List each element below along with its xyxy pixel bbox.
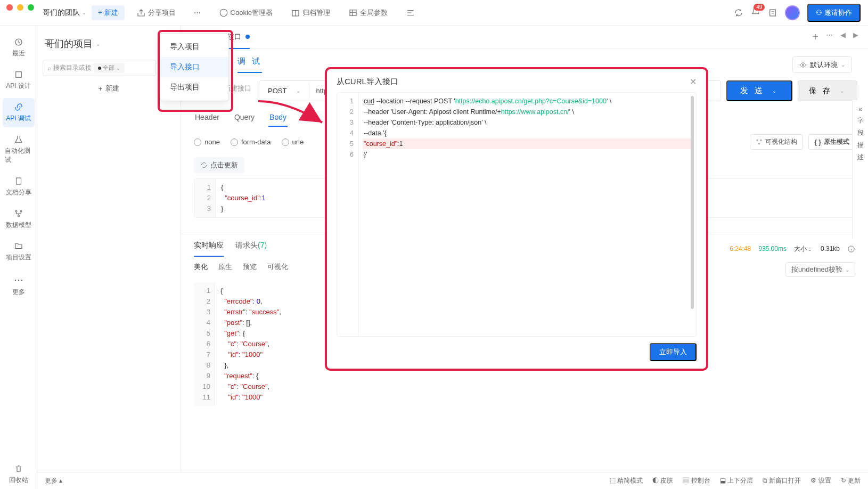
invite-button[interactable]: ⚇ 邀请协作 xyxy=(807,4,861,22)
svg-point-8 xyxy=(20,210,22,212)
body-formdata[interactable]: form-data xyxy=(231,138,271,146)
tab-menu-button[interactable]: ⋯ xyxy=(826,31,833,43)
curl-editor[interactable]: 123456 curl --location --request POST 'h… xyxy=(337,92,697,337)
footer-split[interactable]: ⬓ 上下分层 xyxy=(720,476,753,485)
search-input[interactable]: ⌕搜索目录或接全部⌄ xyxy=(43,60,156,76)
rail-docs[interactable]: 文档分享 xyxy=(3,172,35,201)
rail-autotest[interactable]: 自动化测试 xyxy=(3,131,35,169)
raw-mode-button[interactable]: { } 原生模式 xyxy=(808,134,855,150)
validate-selector[interactable]: 按undefined校验⌄ xyxy=(785,262,855,277)
link-icon xyxy=(14,102,23,112)
curl-import-modal: 从CURL导入接口✕ 123456 curl --location --requ… xyxy=(325,67,708,371)
svg-rect-2 xyxy=(350,10,356,15)
share-button[interactable]: 分享项目 xyxy=(130,5,182,20)
avatar[interactable] xyxy=(785,5,800,20)
project-selector[interactable]: 哥们的项目⌄ xyxy=(43,32,175,55)
unsaved-dot-icon xyxy=(245,35,250,39)
resp-tab-live[interactable]: 实时响应 xyxy=(194,241,224,257)
resp-tab-headers[interactable]: 请求头(7) xyxy=(235,241,267,257)
tab-prev-button[interactable]: ◀ xyxy=(840,31,846,43)
rail-debug[interactable]: API 调试 xyxy=(3,98,35,127)
notifications-button[interactable]: 49 xyxy=(751,7,760,18)
sync-icon[interactable] xyxy=(734,8,743,18)
popup-import-project[interactable]: 导入项目 xyxy=(160,37,228,57)
svg-point-14 xyxy=(759,143,760,144)
modal-title: 从CURL导入接口 xyxy=(337,77,398,87)
window-controls[interactable] xyxy=(6,4,34,11)
share-icon xyxy=(136,8,146,18)
footer: 更多 ▴ ⬚ 精简模式 ◐ 皮肤 ▤ 控制台 ⬓ 上下分层 ⧉ 新窗口打开 ⚙ … xyxy=(37,472,868,489)
indent-icon xyxy=(406,8,415,18)
footer-setting[interactable]: ⚙ 设置 xyxy=(810,476,831,485)
import-popup: 导入项目 导入接口 导出项目 xyxy=(160,33,229,101)
method-selector[interactable]: POST⌄ xyxy=(259,83,309,99)
cookie-button[interactable]: Cookie管理器 xyxy=(212,5,279,20)
rail-trash[interactable]: 回收站 xyxy=(3,460,35,489)
resp-visual[interactable]: 可视化 xyxy=(267,262,288,277)
archive-icon xyxy=(291,8,300,18)
topbar: 哥们的团队⌄ + 新建 分享项目 ⋯ Cookie管理器 归档管理 全局参数 4… xyxy=(0,0,868,26)
note-icon[interactable] xyxy=(768,8,777,18)
visual-mode-button[interactable]: 可视化结构 xyxy=(750,134,803,150)
resp-preview[interactable]: 预览 xyxy=(243,262,257,277)
collapse-button[interactable] xyxy=(399,5,422,20)
svg-point-0 xyxy=(220,9,227,17)
team-selector[interactable]: 哥们的团队⌄ xyxy=(43,8,86,18)
rail-more[interactable]: ⋯更多 xyxy=(3,270,35,301)
send-button[interactable]: 发 送⌄ xyxy=(726,80,792,101)
reqtab-body[interactable]: Body xyxy=(268,109,288,127)
tab-strip: POST新建接口 + ⋯ ◀ ▶ xyxy=(181,26,868,49)
reqtab-header[interactable]: Header xyxy=(194,109,220,127)
rail-models[interactable]: 数据模型 xyxy=(3,205,35,234)
import-now-button[interactable]: 立即导入 xyxy=(650,343,697,361)
footer-compact[interactable]: ⬚ 精简模式 xyxy=(610,476,643,485)
doc-icon xyxy=(14,176,23,186)
footer-console[interactable]: ▤ 控制台 xyxy=(683,476,710,485)
footer-update[interactable]: ↻ 更新 xyxy=(841,476,861,485)
subtab-debug[interactable]: 调 试 xyxy=(238,56,262,73)
new-button[interactable]: + 新建 xyxy=(92,5,125,20)
eye-icon xyxy=(799,61,807,69)
clock-icon xyxy=(14,37,23,47)
add-tab-button[interactable]: + xyxy=(812,31,818,43)
design-icon xyxy=(14,70,23,79)
global-button[interactable]: 全局参数 xyxy=(342,5,394,20)
trash-icon xyxy=(14,464,23,474)
resp-size: 0.31kb xyxy=(821,245,840,252)
svg-point-9 xyxy=(18,215,19,217)
env-selector[interactable]: 默认环境⌄ xyxy=(792,56,852,73)
modal-close-button[interactable]: ✕ xyxy=(690,77,697,87)
resp-pretty[interactable]: 美化 xyxy=(194,262,208,277)
flask-icon xyxy=(14,135,23,144)
scrollbar[interactable] xyxy=(691,96,694,309)
footer-newwin[interactable]: ⧉ 新窗口打开 xyxy=(763,476,801,485)
more-button[interactable]: ⋯ xyxy=(187,6,207,19)
resp-time: 6:24:48 xyxy=(730,245,751,252)
reqtab-query[interactable]: Query xyxy=(233,109,256,127)
rail-design[interactable]: API 设计 xyxy=(3,66,35,95)
model-icon xyxy=(14,209,23,218)
footer-more[interactable]: 更多 ▴ xyxy=(45,476,62,485)
chevron-down-icon: ⌄ xyxy=(82,10,86,15)
body-urlencoded[interactable]: urle xyxy=(282,138,304,146)
body-none[interactable]: none xyxy=(194,138,220,146)
svg-point-13 xyxy=(760,140,761,141)
rail-recent[interactable]: 最近 xyxy=(3,33,35,62)
refresh-button[interactable]: 点击更新 xyxy=(194,157,244,173)
resp-raw[interactable]: 原生 xyxy=(218,262,232,277)
popup-import-api[interactable]: 导入接口 xyxy=(160,57,228,77)
table-icon xyxy=(348,8,358,18)
footer-skin[interactable]: ◐ 皮肤 xyxy=(652,476,673,485)
popup-export-project[interactable]: 导出项目 xyxy=(160,77,228,97)
archive-button[interactable]: 归档管理 xyxy=(284,5,337,20)
resp-size-label: 大小： xyxy=(794,244,813,254)
info-icon[interactable] xyxy=(847,245,855,253)
folder-gear-icon xyxy=(14,241,23,251)
tab-next-button[interactable]: ▶ xyxy=(853,31,858,43)
sidebar-new[interactable]: + 新建 xyxy=(43,76,175,101)
chevron-down-icon: ⌄ xyxy=(96,41,100,47)
svg-rect-5 xyxy=(15,72,21,78)
right-strip[interactable]: « 字段描述 xyxy=(852,100,868,239)
save-button[interactable]: 保 存⌄ xyxy=(798,80,857,101)
rail-settings[interactable]: 项目设置 xyxy=(3,237,35,266)
